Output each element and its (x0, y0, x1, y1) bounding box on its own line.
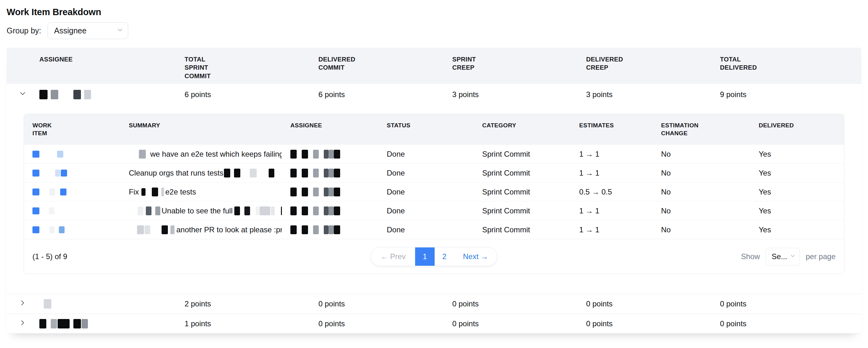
column-header-work-item: Work Item (24, 122, 120, 144)
estimation-change-cell-value: No (661, 206, 671, 215)
column-header-delivered-creep: Delivered Creep (586, 55, 720, 84)
summary-redaction-block (224, 169, 230, 177)
expand-toggle[interactable] (7, 299, 33, 309)
summary-redaction-block (259, 206, 270, 215)
work-item-redaction-block (32, 226, 39, 233)
chevron-down-icon[interactable] (19, 89, 27, 99)
assignee-redaction-block (290, 169, 297, 177)
page-title: Work Item Breakdown (7, 7, 861, 17)
summary-text: another PR to look at please :pr... (176, 225, 282, 234)
chevron-down-icon (117, 26, 123, 35)
estimates-cell-value: 1 → 1 (579, 150, 599, 158)
summary-redaction-block (234, 169, 240, 177)
prev-button[interactable]: ← Prev (371, 248, 415, 266)
page-size-select[interactable]: Se... (766, 248, 800, 265)
page-2-button[interactable]: 2 (435, 248, 454, 266)
group-row[interactable]: 1 points0 points0 points0 points0 points (7, 314, 861, 334)
summary-redaction-block (256, 206, 259, 215)
column-header-label: Delivered (759, 122, 794, 129)
assignee-redaction-block (290, 187, 297, 196)
assignee-redaction-block (329, 225, 334, 234)
delivered-commit-value: 0 points (318, 319, 345, 328)
group-assignee-redacted (33, 299, 185, 309)
work-item-cell[interactable] (24, 151, 120, 157)
assignee-cell (282, 187, 378, 196)
category-cell-value: Sprint Commit (482, 225, 530, 234)
assignee-redaction-block (329, 169, 334, 177)
estimation-change-cell-value: No (661, 150, 671, 158)
work-item-redaction-block (50, 188, 55, 196)
delivered-creep-cell: 0 points (586, 319, 720, 328)
column-header-estimates: Estimates (571, 122, 653, 144)
status-cell-value: Done (387, 169, 405, 177)
chevron-right-icon[interactable] (19, 319, 27, 329)
delivered-commit-cell: 0 points (318, 299, 452, 308)
assignee-redaction-block (58, 319, 70, 328)
assignee-redaction-block (73, 319, 81, 328)
pagination-range: (1 - 5) of 9 (32, 252, 67, 261)
estimates-cell-value: 0.5 → 0.5 (579, 187, 612, 196)
work-item-redaction-block (50, 226, 55, 233)
status-cell-value: Done (387, 225, 405, 234)
status-cell: Done (378, 206, 474, 215)
expand-column-spacer (7, 55, 33, 84)
assignee-redaction-block (302, 206, 308, 215)
summary-text: we have an e2e test which keeps failing. (150, 150, 282, 158)
work-item-cell[interactable] (24, 207, 120, 214)
delivered-creep-value: 0 points (586, 319, 613, 328)
assignee-redaction-block (44, 299, 51, 309)
work-item-breakdown-table: AssigneeTotal Sprint CommitDelivered Com… (7, 48, 861, 334)
assignee-redaction-block (324, 169, 329, 177)
work-item-cell[interactable] (24, 170, 120, 176)
page-size-controls: ShowSe...per page (741, 248, 836, 265)
summary-redaction-block (271, 206, 275, 215)
assignee-cell (282, 206, 378, 215)
work-item-redaction-block (32, 170, 39, 176)
summary-redaction-block (170, 225, 175, 234)
assignee-redaction-block (302, 150, 308, 158)
status-cell: Done (378, 187, 474, 196)
total-sprint-commit-cell: 1 points (185, 319, 318, 328)
column-header-delivered-commit: Delivered Commit (318, 55, 452, 84)
work-item-cell[interactable] (24, 188, 120, 196)
delivered-cell: Yes (750, 150, 844, 158)
column-header-label: Delivered Commit (318, 55, 354, 72)
assignee-redaction-block (329, 150, 334, 158)
chevron-right-icon[interactable] (19, 299, 27, 309)
page-1-button[interactable]: 1 (415, 248, 435, 266)
expand-toggle[interactable] (7, 89, 33, 99)
column-header-status: Status (378, 122, 474, 144)
assignee-redaction-block (313, 150, 319, 158)
summary-cell: another PR to look at please :pr... (120, 225, 282, 234)
group-row[interactable]: 6 points6 points3 points3 points9 points (7, 84, 861, 105)
category-cell-value: Sprint Commit (482, 169, 530, 177)
total-sprint-commit-cell: 2 points (185, 299, 318, 308)
summary-redaction-block (244, 206, 250, 215)
total-sprint-commit-value: 1 points (185, 319, 211, 328)
assignee-redaction-block (313, 169, 319, 177)
work-item-redaction-block (32, 151, 39, 157)
summary-redaction-block (145, 225, 150, 234)
assignee-redaction-block (324, 206, 329, 215)
assignee-cell (282, 169, 378, 177)
group-by-select[interactable]: Assignee (48, 22, 128, 39)
category-cell: Sprint Commit (474, 225, 571, 234)
group-row[interactable]: 2 points0 points0 points0 points0 points (7, 294, 861, 314)
pagination-bar: (1 - 5) of 9← Prev12Next →ShowSe...per p… (24, 239, 844, 273)
delivered-creep-cell: 3 points (586, 90, 720, 99)
breakdown-table-header: AssigneeTotal Sprint CommitDelivered Com… (7, 48, 861, 84)
estimation-change-cell: No (653, 206, 750, 215)
estimation-change-cell: No (653, 225, 750, 234)
expand-toggle[interactable] (7, 319, 33, 329)
column-header-label: Assignee (290, 122, 322, 129)
group-assignee-redacted (33, 90, 185, 99)
summary-cell: Cleanup orgs that runs tests (120, 169, 282, 177)
work-item-cell[interactable] (24, 226, 120, 233)
estimates-cell-value: 1 → 1 (579, 169, 599, 177)
assignee-redaction-block (313, 206, 319, 215)
next-button[interactable]: Next → (454, 248, 497, 266)
sprint-creep-value: 0 points (452, 319, 479, 328)
estimates-cell-value: 1 → 1 (579, 206, 599, 215)
estimates-cell: 1 → 1 (571, 225, 653, 234)
assignee-redaction-block (302, 169, 308, 177)
